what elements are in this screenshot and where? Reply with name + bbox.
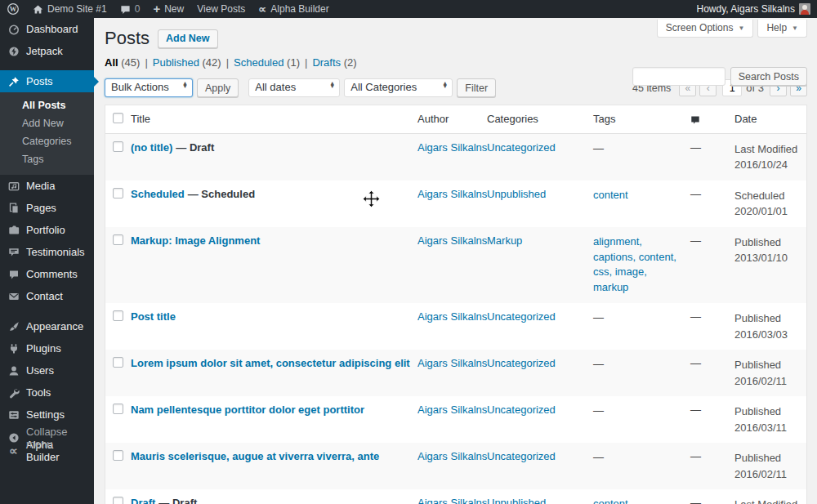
tags-links[interactable]: alignment, captions, content, css, image… (593, 227, 690, 303)
post-title-link[interactable]: Markup: Image Alignment (131, 234, 260, 247)
search-input[interactable] (632, 67, 725, 86)
category-link[interactable]: Uncategorized (487, 141, 556, 154)
sidebar-item-comments[interactable]: Comments (0, 263, 94, 285)
user-avatar (799, 3, 810, 15)
sidebar-item-label: Dashboard (26, 23, 78, 35)
screen-options-button[interactable]: Screen Options ▼ (657, 20, 754, 38)
view-published[interactable]: Published (153, 56, 199, 69)
sidebar-item-tools[interactable]: Tools (0, 381, 94, 404)
post-title-link[interactable]: Lorem ipsum dolor sit amet, consectetur … (131, 357, 410, 369)
wordpress-logo-menu[interactable]: W (0, 0, 26, 18)
category-link[interactable]: Unpublished (487, 497, 546, 504)
category-link[interactable]: Uncategorized (487, 450, 556, 462)
comments-cell: — (690, 396, 734, 423)
submenu-categories[interactable]: Categories (0, 132, 94, 150)
apply-button[interactable]: Apply (197, 78, 239, 97)
view-posts-link[interactable]: View Posts (190, 0, 252, 18)
row-checkbox[interactable] (113, 234, 123, 245)
sidebar-item-pages[interactable]: Pages (0, 197, 94, 219)
author-link[interactable]: Aigars Silkalns (417, 357, 487, 369)
author-link[interactable]: Aigars Silkalns (417, 141, 487, 154)
row-checkbox[interactable] (113, 497, 123, 504)
column-header-date[interactable]: Date (734, 105, 806, 133)
post-title-link[interactable]: Mauris scelerisque, augue at viverra viv… (131, 450, 379, 462)
submenu-tags[interactable]: Tags (0, 150, 94, 168)
collapse-menu-button[interactable]: Collapse menu (0, 421, 94, 455)
category-link[interactable]: Uncategorized (487, 357, 556, 369)
comments-column-icon[interactable] (690, 108, 734, 131)
category-link[interactable]: Unpublished (487, 188, 546, 200)
tags-links[interactable]: — (593, 443, 690, 473)
dates-filter-select[interactable]: All dates ▲▼ (248, 78, 340, 97)
sidebar-item-appearance[interactable]: Appearance (0, 315, 94, 337)
author-link[interactable]: Aigars Silkalns (417, 404, 487, 416)
bulk-actions-select[interactable]: Bulk Actions ▲▼ (105, 78, 193, 97)
sidebar-item-label: Testimonials (26, 246, 85, 258)
sidebar-item-plugins[interactable]: Plugins (0, 337, 94, 359)
post-title-link[interactable]: (no title) (131, 141, 172, 154)
sidebar-item-media[interactable]: Media (0, 175, 94, 197)
post-title-link[interactable]: Nam pellentesque porttitor dolor eget po… (131, 404, 364, 416)
category-link[interactable]: Uncategorized (487, 310, 556, 323)
sidebar-item-jetpack[interactable]: Jetpack (0, 40, 94, 62)
author-link[interactable]: Aigars Silkalns (417, 450, 487, 462)
sidebar-item-portfolio[interactable]: Portfolio (0, 219, 94, 241)
sidebar-item-contact[interactable]: Contact (0, 285, 94, 307)
search-posts-button[interactable]: Search Posts (730, 67, 807, 86)
category-link[interactable]: Uncategorized (487, 404, 556, 416)
home-icon (33, 4, 43, 15)
admin-bar-comments[interactable]: 0 (114, 0, 147, 18)
plug-icon (7, 342, 20, 355)
view-all[interactable]: All (105, 56, 118, 69)
view-drafts[interactable]: Drafts (312, 56, 341, 69)
author-link[interactable]: Aigars Silkalns (417, 188, 487, 200)
row-checkbox[interactable] (113, 357, 123, 368)
sidebar-item-label: Posts (26, 75, 53, 87)
bulk-actions-value: Bulk Actions (111, 81, 169, 93)
author-link[interactable]: Aigars Silkalns (417, 497, 487, 504)
sidebar-item-testimonials[interactable]: Testimonials (0, 241, 94, 263)
row-checkbox[interactable] (113, 141, 123, 152)
sidebar-item-label: Media (26, 180, 55, 192)
submenu-all-posts[interactable]: All Posts (0, 96, 94, 114)
new-content-menu[interactable]: + New (146, 0, 190, 18)
row-checkbox[interactable] (113, 404, 123, 414)
comments-cell: — (690, 489, 734, 504)
my-account-menu[interactable]: Howdy, Aigars Silkalns (690, 0, 817, 18)
view-scheduled[interactable]: Scheduled (234, 56, 283, 69)
tags-links[interactable]: content (593, 181, 690, 211)
column-header-title[interactable]: Title (131, 107, 417, 131)
category-link[interactable]: Markup (487, 234, 522, 247)
author-link[interactable]: Aigars Silkalns (417, 310, 487, 323)
post-title-link[interactable]: Post title (131, 310, 176, 323)
tags-links[interactable]: content (593, 489, 690, 504)
sidebar-item-users[interactable]: Users (0, 359, 94, 381)
row-checkbox[interactable] (113, 188, 123, 198)
sidebar-item-label: Portfolio (26, 224, 65, 236)
tags-links[interactable]: — (593, 303, 690, 333)
row-checkbox[interactable] (113, 310, 123, 321)
alpha-builder-label: Alpha Builder (270, 3, 328, 15)
tags-links[interactable]: — (593, 134, 690, 164)
comments-count: 0 (135, 3, 141, 15)
add-new-button[interactable]: Add New (158, 29, 217, 48)
sidebar-item-dashboard[interactable]: Dashboard (0, 18, 94, 40)
post-title-link[interactable]: Draft (131, 497, 155, 504)
posts-submenu: All Posts Add New Categories Tags (0, 92, 94, 175)
help-button[interactable]: Help ▼ (757, 20, 807, 38)
filter-button[interactable]: Filter (457, 78, 496, 97)
collapse-icon (7, 432, 20, 444)
alpha-builder-menu[interactable]: ∝ Alpha Builder (252, 0, 335, 18)
post-title-link[interactable]: Scheduled (131, 188, 185, 200)
select-all-checkbox[interactable] (113, 113, 123, 123)
sidebar-item-posts[interactable]: Posts (0, 70, 94, 92)
author-link[interactable]: Aigars Silkalns (417, 234, 487, 247)
sidebar-item-label: Tools (26, 386, 51, 399)
submenu-add-new[interactable]: Add New (0, 114, 94, 132)
tags-links[interactable]: — (593, 396, 690, 426)
tags-links[interactable]: — (593, 350, 690, 380)
site-name-link[interactable]: Demo Site #1 (26, 0, 114, 18)
categories-filter-select[interactable]: All Categories ▲▼ (344, 78, 453, 97)
row-checkbox[interactable] (113, 450, 123, 461)
date-cell: Published2016/03/11 (734, 396, 806, 443)
